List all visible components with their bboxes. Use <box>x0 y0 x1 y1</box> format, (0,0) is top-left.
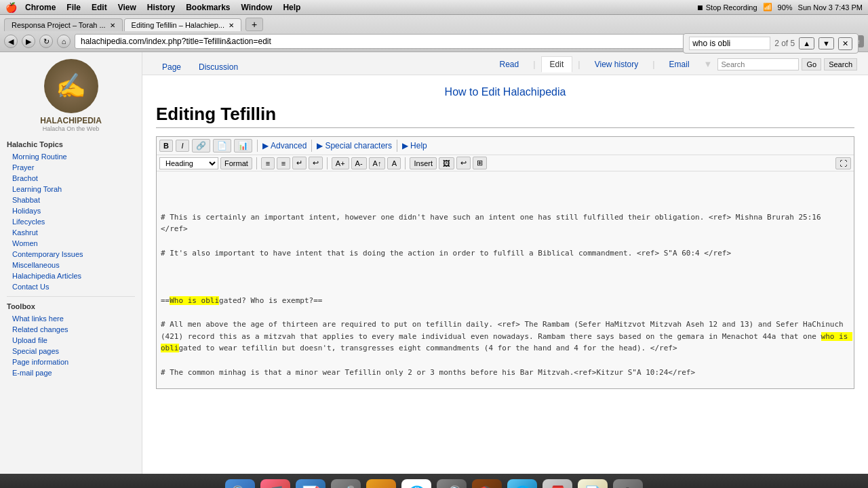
sidebar-item-email-page[interactable]: E-mail page <box>7 367 135 378</box>
dock-itunes[interactable]: 🎵 <box>260 479 290 488</box>
advanced-section[interactable]: ▶ Advanced <box>262 141 307 150</box>
dock-books[interactable]: 📚 <box>472 479 502 488</box>
sidebar-item-contemporary-issues[interactable]: Contemporary Issues <box>7 249 135 260</box>
arrow-right-icon-2: ▶ <box>317 141 323 150</box>
find-next[interactable]: ▼ <box>818 37 834 49</box>
find-prev[interactable]: ▲ <box>799 37 814 49</box>
home-button[interactable]: ⌂ <box>57 35 71 48</box>
toolbar-spacer: ⛶ <box>835 157 851 169</box>
sidebar-item-lifecycles[interactable]: Lifecycles <box>7 216 135 227</box>
new-tab-button[interactable]: + <box>245 18 263 31</box>
special-chars-section[interactable]: ▶ Special characters <box>317 141 392 150</box>
italic-button[interactable]: I <box>176 140 189 152</box>
menu-window[interactable]: Window <box>241 3 273 12</box>
action-edit[interactable]: Edit <box>541 56 573 73</box>
insert-image-button[interactable]: 🖼 <box>439 157 454 169</box>
tab-1-close[interactable]: ✕ <box>110 22 115 29</box>
back-button[interactable]: ◀ <box>4 35 18 48</box>
file-button[interactable]: 📄 <box>213 139 231 152</box>
dock: 🔍 🎵 📝 🎤 📁 🌐 🔎 📚 🌐 📮 📄 🗑 <box>0 474 868 488</box>
menu-help[interactable]: Help <box>283 3 300 12</box>
bold-button[interactable]: B <box>159 140 173 152</box>
table-button[interactable]: 📊 <box>234 139 252 152</box>
action-read[interactable]: Read <box>491 56 528 72</box>
apple-menu[interactable]: 🍎 <box>5 2 17 13</box>
dock-chrome[interactable]: 🌐 <box>401 479 431 488</box>
battery-status: 90% <box>778 3 793 12</box>
dock-word[interactable]: 📝 <box>296 479 326 488</box>
dock-finder[interactable]: 🔍 <box>225 479 255 488</box>
menu-chrome[interactable]: Chrome <box>25 3 56 12</box>
outdent-button[interactable]: ↵ <box>292 157 307 169</box>
fullscreen-button[interactable]: ⛶ <box>835 157 851 169</box>
how-to-title[interactable]: How to Edit Halachipedia <box>156 86 854 98</box>
dock-spotlight[interactable]: 🔎 <box>437 479 467 488</box>
sidebar-item-prayer[interactable]: Prayer <box>7 162 135 173</box>
menu-view[interactable]: View <box>118 3 136 12</box>
forward-button[interactable]: ▶ <box>22 35 35 48</box>
tab-1[interactable]: Responsa Project – Torah ... ✕ <box>4 18 123 31</box>
sidebar-item-related-changes[interactable]: Related changes <box>7 324 135 335</box>
help-section[interactable]: ▶ Help <box>402 141 427 150</box>
sidebar-item-special-pages[interactable]: Special pages <box>7 346 135 357</box>
undo-button[interactable]: ↩ <box>456 157 471 169</box>
sidebar-item-brachot[interactable]: Brachot <box>7 173 135 184</box>
action-view-history[interactable]: View history <box>586 56 647 72</box>
dock-mail[interactable]: 📮 <box>542 479 572 488</box>
text-smaller-button[interactable]: A- <box>351 157 367 169</box>
go-button[interactable]: Go <box>802 58 821 70</box>
table-insert-button[interactable]: ⊞ <box>473 157 487 169</box>
sidebar-item-shabbat[interactable]: Shabbat <box>7 195 135 205</box>
indent-button[interactable]: ↩ <box>309 157 323 169</box>
find-input[interactable] <box>689 37 770 50</box>
sidebar-item-women[interactable]: Women <box>7 238 135 249</box>
sidebar-item-what-links-here[interactable]: What links here <box>7 313 135 324</box>
sidebar-item-learning-torah[interactable]: Learning Torah <box>7 184 135 195</box>
tab-page[interactable]: Page <box>153 59 190 75</box>
sidebar-item-morning-routine[interactable]: Morning Routine <box>7 151 135 162</box>
superscript-button[interactable]: A↑ <box>369 157 386 169</box>
tab-discussion[interactable]: Discussion <box>190 59 247 75</box>
menu-history[interactable]: History <box>147 3 175 12</box>
link-button[interactable]: 🔗 <box>192 139 210 152</box>
text-style-button[interactable]: A <box>387 157 401 169</box>
address-bar[interactable] <box>75 34 766 49</box>
dock-text-edit[interactable]: 📄 <box>578 479 608 488</box>
menu-file[interactable]: File <box>66 3 81 12</box>
find-close[interactable]: ✕ <box>838 37 852 50</box>
sidebar-item-holidays[interactable]: Holidays <box>7 205 135 216</box>
sidebar-item-kashrut[interactable]: Kashrut <box>7 227 135 238</box>
dock-filezilla[interactable]: 📁 <box>366 479 396 488</box>
bullet-list-button[interactable]: ≡ <box>261 157 275 169</box>
menu-edit[interactable]: Edit <box>92 3 107 12</box>
sidebar: ✍ HALACHIPEDIA Halacha On the Web Halach… <box>0 52 142 474</box>
toolbar-row2: Heading Normal text Heading 2 Heading 3 … <box>157 155 854 171</box>
site-name: HALACHIPEDIA <box>7 116 135 125</box>
num-list-button[interactable]: ≡ <box>277 157 290 169</box>
search-button[interactable]: Search <box>824 58 857 70</box>
tab-2-close[interactable]: ✕ <box>229 22 234 29</box>
edit-area[interactable]: # This is certainly an important intent,… <box>157 171 854 388</box>
sidebar-item-page-information[interactable]: Page information <box>7 357 135 367</box>
menu-bookmarks[interactable]: Bookmarks <box>186 3 230 12</box>
wiki-search-input[interactable] <box>717 58 799 70</box>
dock-mic[interactable]: 🎤 <box>331 479 361 488</box>
format-button[interactable]: Format <box>220 157 252 169</box>
wifi-icon: 📶 <box>763 3 772 12</box>
action-email[interactable]: Email <box>660 56 698 72</box>
sidebar-item-halachipedia-articles[interactable]: Halachipedia Articles <box>7 270 135 281</box>
heading-select[interactable]: Heading Normal text Heading 2 Heading 3 <box>159 157 218 169</box>
reload-button[interactable]: ↻ <box>39 35 53 48</box>
dock-browser[interactable]: 🌐 <box>507 479 537 488</box>
page-tab-right: Read | Edit | View history | Email ▼ Go … <box>491 56 857 75</box>
sidebar-item-contact-us[interactable]: Contact Us <box>7 281 135 292</box>
tab-2[interactable]: Editing Tefillin – Halachiep... ✕ <box>124 18 241 31</box>
insert-button[interactable]: Insert <box>410 157 437 169</box>
sidebar-item-upload-file[interactable]: Upload file <box>7 335 135 346</box>
sidebar-item-miscellaneous[interactable]: Miscellaneous <box>7 260 135 270</box>
text-bigger-button[interactable]: A+ <box>332 157 349 169</box>
highlighted-text-1: Who is obli <box>170 296 219 305</box>
special-chars-label: Special characters <box>325 141 392 150</box>
dock-trash[interactable]: 🗑 <box>613 479 643 488</box>
edit-text[interactable]: # This is certainly an important intent,… <box>161 199 850 388</box>
